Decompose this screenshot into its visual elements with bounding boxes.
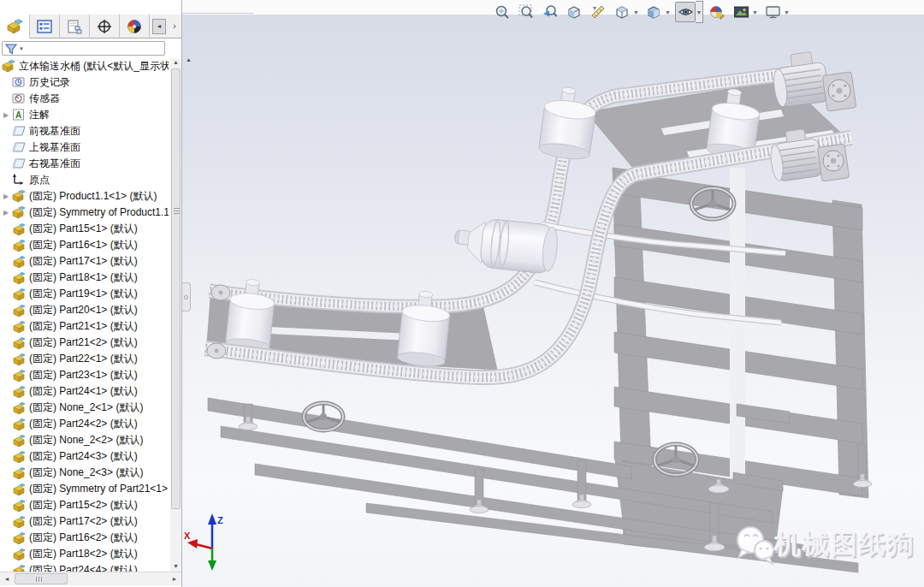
- tab-configurationmanager[interactable]: [60, 15, 90, 39]
- tree-row[interactable]: ▶ (固定) None_2<2> (默认): [0, 432, 169, 448]
- tree-row[interactable]: ▶ (固定) Part21<2> (默认): [0, 335, 169, 351]
- tree-row[interactable]: ▶ (固定) Part21<1> (默认): [0, 318, 169, 335]
- tab-scroll-left-button[interactable]: ◄: [152, 19, 166, 34]
- feature-tree-items: ▶ 历史记录 ▶ 传感器 ▶ A 注解 ▶ 前视基准面 ▶ 上视基准面 ▶ 右视…: [0, 74, 169, 572]
- tree-item-label: 注解: [29, 108, 50, 122]
- scroll-up-icon[interactable]: ▲: [170, 59, 181, 65]
- expand-arrow-icon[interactable]: ▶: [0, 111, 12, 119]
- config-sheet-icon: [67, 20, 82, 34]
- part-icon: [12, 271, 26, 284]
- tree-row[interactable]: ▶ 右视基准面: [0, 156, 169, 172]
- drive-motor-1[interactable]: [770, 50, 830, 108]
- section-view-button[interactable]: [564, 2, 584, 22]
- tree-row[interactable]: ▶ (固定) Part18<1> (默认): [0, 270, 169, 286]
- vscroll-grip: [174, 206, 180, 216]
- tree-row[interactable]: ▶ (固定) Part17<1> (默认): [0, 253, 169, 270]
- tree-row[interactable]: ▶ (固定) Part18<2> (默认): [0, 546, 169, 562]
- apply-scene-button[interactable]: [731, 2, 751, 22]
- tree-vertical-scrollbar[interactable]: ▲ ▼: [170, 58, 181, 572]
- tree-row[interactable]: ▶ (固定) Part16<2> (默认): [0, 530, 169, 546]
- view-settings-button[interactable]: [762, 2, 783, 22]
- history-icon: [12, 76, 26, 89]
- zoom-to-fit-button[interactable]: [492, 2, 512, 22]
- tree-row[interactable]: ▶ (固定) Part15<2> (默认): [0, 497, 169, 513]
- tree-item-label: (固定) Part21<1> (默认): [29, 319, 138, 334]
- tree-row[interactable]: ▶ (固定) Part19<1> (默认): [0, 286, 169, 302]
- headsup-view-toolbar: ▼ ▼ ▼ ▼ ▼: [492, 1, 791, 23]
- tree-item-label: (固定) Part20<1> (默认): [29, 303, 138, 317]
- expand-arrow-icon[interactable]: ▶: [0, 193, 12, 200]
- display-style-dropdown[interactable]: ▼: [664, 2, 672, 22]
- tree-row[interactable]: ▶ (固定) Symmetry of Part21<1>: [0, 481, 169, 497]
- tab-propertymanager[interactable]: [30, 15, 60, 39]
- tree-horizontal-scrollbar[interactable]: ◄ ►: [0, 572, 181, 585]
- tree-row[interactable]: ▶ (固定) Part22<1> (默认): [0, 351, 169, 367]
- color-wheel-icon: [127, 19, 142, 34]
- water-jug-upper-1[interactable]: [538, 85, 599, 162]
- tree-filter-box[interactable]: ▼: [2, 41, 165, 56]
- tree-row[interactable]: ▶ (固定) None_2<3> (默认): [0, 465, 169, 481]
- tree-row[interactable]: ▶ (固定) Product1.1<1> (默认): [0, 188, 169, 205]
- tree-row[interactable]: ▶ 上视基准面: [0, 139, 169, 156]
- scroll-right-icon[interactable]: ►: [168, 572, 181, 585]
- tree-item-label: (固定) Part22<1> (默认): [29, 352, 138, 366]
- hscroll-grip: [36, 577, 42, 582]
- tree-row[interactable]: ▶ (固定) Part15<1> (默认): [0, 221, 169, 237]
- tree-row[interactable]: ▶ (固定) Part23<1> (默认): [0, 367, 169, 383]
- tree-row[interactable]: ▶ (固定) Part24<2> (默认): [0, 416, 169, 432]
- product-icon: [12, 206, 26, 219]
- expand-arrow-icon[interactable]: ▶: [0, 209, 12, 216]
- svg-text:A: A: [15, 110, 21, 120]
- featuremanager-panel: ◄ › ▼ 立体输送水桶 (默认<默认_显示状态- ▶ 历史记录 ▶ 传感器 ▶…: [0, 0, 182, 587]
- tree-row[interactable]: ▶ (固定) Part20<1> (默认): [0, 302, 169, 318]
- tab-dimxpertmanager[interactable]: [90, 15, 120, 39]
- view-orientation-button[interactable]: [612, 2, 632, 22]
- tree-row[interactable]: ▶ (固定) Symmetry of Product1.1: [0, 205, 169, 221]
- scroll-left-icon[interactable]: ◄: [0, 572, 14, 585]
- tree-row[interactable]: ▶ (固定) Part24<3> (默认): [0, 448, 169, 465]
- view-orientation-dropdown[interactable]: ▼: [632, 2, 640, 22]
- water-jug-middle[interactable]: [452, 216, 559, 275]
- property-list-icon: [37, 20, 52, 33]
- tree-item-label: 前视基准面: [29, 124, 80, 139]
- panel-flyout-arrow-icon[interactable]: ▲: [186, 56, 192, 62]
- tree-root-row[interactable]: 立体输送水桶 (默认<默认_显示状态-: [0, 58, 169, 74]
- vscroll-thumb[interactable]: [171, 68, 181, 509]
- tree-item-label: (固定) Part19<1> (默认): [29, 287, 138, 301]
- measure-button[interactable]: [588, 2, 608, 22]
- scroll-down-icon[interactable]: ▼: [170, 563, 181, 569]
- assembly-icon: [2, 60, 15, 73]
- tree-row[interactable]: ▶ (固定) Part16<1> (默认): [0, 237, 169, 253]
- edit-appearance-button[interactable]: [707, 2, 727, 22]
- apply-scene-dropdown[interactable]: ▼: [751, 2, 759, 22]
- tab-displaymanager[interactable]: [120, 15, 150, 39]
- view-settings-dropdown[interactable]: ▼: [783, 2, 791, 22]
- hide-show-items-dropdown[interactable]: ▼: [696, 1, 703, 23]
- plane-icon: [12, 157, 26, 170]
- zoom-to-area-button[interactable]: [516, 2, 536, 22]
- part-icon: [12, 353, 26, 365]
- tree-row[interactable]: ▶ (固定) None_2<1> (默认): [0, 400, 169, 416]
- display-style-button[interactable]: [643, 2, 664, 22]
- hide-show-items-button[interactable]: [675, 2, 696, 22]
- tree-row[interactable]: ▶ 原点: [0, 172, 169, 188]
- magnifier-back-icon: [542, 4, 558, 20]
- tab-scroll-right-button[interactable]: ›: [168, 19, 181, 34]
- filter-dropdown-arrow[interactable]: ▼: [19, 46, 24, 51]
- tree-row[interactable]: ▶ (固定) Part24<4> (默认): [0, 562, 169, 572]
- tree-row[interactable]: ▶ (固定) Part17<2> (默认): [0, 513, 169, 530]
- tree-row[interactable]: ▶ 前视基准面: [0, 123, 169, 139]
- previous-view-button[interactable]: [540, 2, 560, 22]
- tree-row[interactable]: ▶ 传感器: [0, 91, 169, 107]
- panel-collapse-tab[interactable]: [182, 282, 191, 311]
- tree-row[interactable]: ▶ (固定) Part24<1> (默认): [0, 383, 169, 400]
- graphics-viewport[interactable]: Z X: [182, 0, 924, 587]
- cad-model[interactable]: Z X: [182, 0, 924, 587]
- tree-row[interactable]: ▶ A 注解: [0, 107, 169, 123]
- tree-item-label: 原点: [29, 173, 50, 187]
- tree-item-label: (固定) Part15<2> (默认): [29, 498, 138, 513]
- tree-row[interactable]: ▶ 历史记录: [0, 74, 169, 91]
- gearbox-2[interactable]: [817, 144, 849, 181]
- gearbox-1[interactable]: [822, 72, 856, 111]
- tab-featuremanager[interactable]: [0, 15, 30, 39]
